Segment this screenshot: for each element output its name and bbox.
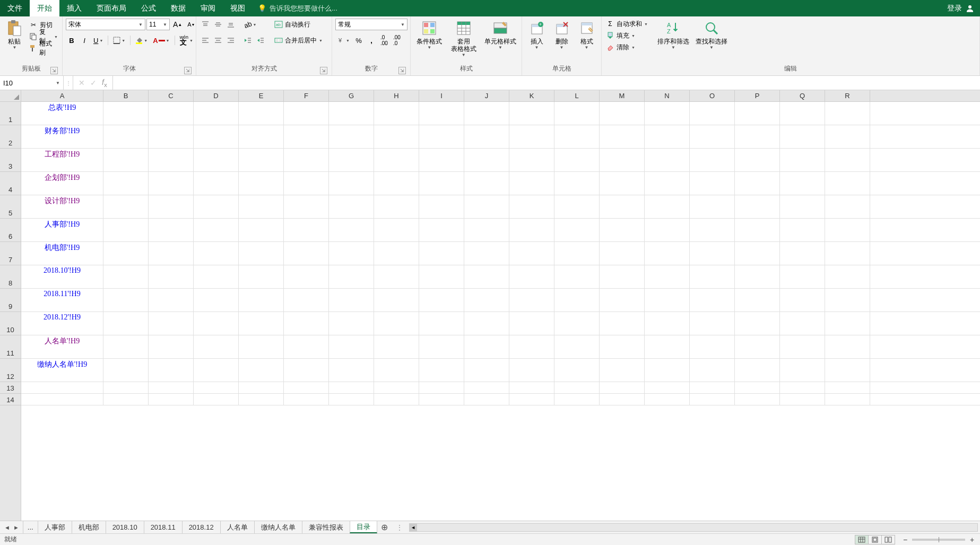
sheet-tab[interactable]: 2018.10 [106, 521, 144, 533]
italic-button[interactable]: I [79, 34, 90, 46]
cell-P6[interactable] [735, 219, 780, 242]
cell-C11[interactable] [149, 335, 194, 359]
cell-Q5[interactable] [780, 195, 825, 219]
row-header-10[interactable]: 10 [0, 312, 21, 335]
cell-N10[interactable] [645, 312, 690, 335]
font-size-combo[interactable]: ▼ [146, 19, 170, 30]
cell-P12[interactable] [735, 359, 780, 382]
cell-R4[interactable] [825, 172, 870, 195]
cell-R6[interactable] [825, 219, 870, 242]
enter-formula-button[interactable]: ✓ [90, 79, 97, 87]
cell-H1[interactable] [374, 102, 419, 125]
cell-F3[interactable] [284, 149, 329, 172]
align-left-button[interactable] [200, 34, 211, 46]
row-header-9[interactable]: 9 [0, 289, 21, 312]
col-header-H[interactable]: H [374, 90, 419, 101]
cell-G10[interactable] [329, 312, 374, 335]
cell-M7[interactable] [600, 242, 645, 265]
cell-R5[interactable] [825, 195, 870, 219]
cell-P4[interactable] [735, 172, 780, 195]
col-header-L[interactable]: L [554, 90, 600, 101]
fx-button[interactable]: fx [102, 78, 107, 88]
row-header-14[interactable]: 14 [0, 394, 21, 405]
cell-K7[interactable] [509, 242, 554, 265]
font-name-combo[interactable]: ▼ [66, 19, 145, 30]
cell-G1[interactable] [329, 102, 374, 125]
font-launcher[interactable]: ⇲ [184, 67, 192, 74]
cell-E13[interactable] [239, 382, 284, 394]
col-header-R[interactable]: R [825, 90, 870, 101]
cell-D14[interactable] [194, 394, 239, 405]
cell-A10[interactable]: 2018.12'!H9 [21, 312, 103, 335]
cell-C10[interactable] [149, 312, 194, 335]
cell-B7[interactable] [103, 242, 149, 265]
cell-J9[interactable] [464, 289, 509, 312]
cell-K14[interactable] [509, 394, 554, 405]
conditional-format-button[interactable]: 条件格式▼ [414, 19, 445, 50]
cell-B13[interactable] [103, 382, 149, 394]
align-bottom-button[interactable] [225, 19, 237, 30]
format-cells-button[interactable]: 格式▼ [575, 19, 598, 50]
clipboard-launcher[interactable]: ⇲ [50, 67, 58, 74]
cell-I6[interactable] [419, 219, 464, 242]
scrollbar-track[interactable]: ◄ [409, 523, 978, 532]
cell-I5[interactable] [419, 195, 464, 219]
cell-I8[interactable] [419, 265, 464, 289]
name-box[interactable]: ▼ [0, 76, 64, 90]
cell-G7[interactable] [329, 242, 374, 265]
cell-F7[interactable] [284, 242, 329, 265]
format-as-table-button[interactable]: 套用 表格格式▼ [447, 19, 480, 57]
accounting-format-button[interactable]: ¥▼ [335, 34, 352, 46]
cell-K13[interactable] [509, 382, 554, 394]
cell-G8[interactable] [329, 265, 374, 289]
sheet-tab[interactable]: 人名单 [220, 521, 255, 533]
row-header-12[interactable]: 12 [0, 359, 21, 382]
formula-input[interactable] [113, 76, 980, 90]
cell-P2[interactable] [735, 125, 780, 149]
cell-B5[interactable] [103, 195, 149, 219]
horizontal-scrollbar[interactable]: ◄ [407, 523, 980, 532]
cell-N14[interactable] [645, 394, 690, 405]
name-box-dropdown[interactable]: ▼ [56, 81, 60, 85]
cell-D13[interactable] [194, 382, 239, 394]
sheet-tab[interactable]: 2018.12 [182, 521, 221, 533]
cell-M6[interactable] [600, 219, 645, 242]
cell-J1[interactable] [464, 102, 509, 125]
cell-B2[interactable] [103, 125, 149, 149]
cell-I2[interactable] [419, 125, 464, 149]
cell-B12[interactable] [103, 359, 149, 382]
cell-O6[interactable] [690, 219, 735, 242]
insert-cells-button[interactable]: + 插入▼ [525, 19, 548, 50]
cell-J14[interactable] [464, 394, 509, 405]
cell-Q10[interactable] [780, 312, 825, 335]
cell-O1[interactable] [690, 102, 735, 125]
cell-E6[interactable] [239, 219, 284, 242]
col-header-Q[interactable]: Q [780, 90, 825, 101]
cell-C12[interactable] [149, 359, 194, 382]
cell-K1[interactable] [509, 102, 554, 125]
cell-N2[interactable] [645, 125, 690, 149]
cell-L12[interactable] [554, 359, 600, 382]
cell-R10[interactable] [825, 312, 870, 335]
cell-Q11[interactable] [780, 335, 825, 359]
cell-O4[interactable] [690, 172, 735, 195]
fill-color-button[interactable]: ▼ [133, 34, 150, 46]
row-header-7[interactable]: 7 [0, 242, 21, 265]
cell-D5[interactable] [194, 195, 239, 219]
cell-P10[interactable] [735, 312, 780, 335]
tab-formulas[interactable]: 公式 [134, 0, 163, 16]
tab-review[interactable]: 审阅 [193, 0, 223, 16]
cell-I10[interactable] [419, 312, 464, 335]
align-center-button[interactable] [212, 34, 224, 46]
cell-K10[interactable] [509, 312, 554, 335]
cell-E4[interactable] [239, 172, 284, 195]
cell-O5[interactable] [690, 195, 735, 219]
orientation-button[interactable]: ab▼ [242, 19, 258, 30]
cell-D6[interactable] [194, 219, 239, 242]
tab-view[interactable]: 视图 [223, 0, 253, 16]
view-page-break-button[interactable] [881, 535, 895, 544]
row-header-5[interactable]: 5 [0, 195, 21, 219]
col-header-E[interactable]: E [239, 90, 284, 101]
cell-J4[interactable] [464, 172, 509, 195]
cell-Q2[interactable] [780, 125, 825, 149]
